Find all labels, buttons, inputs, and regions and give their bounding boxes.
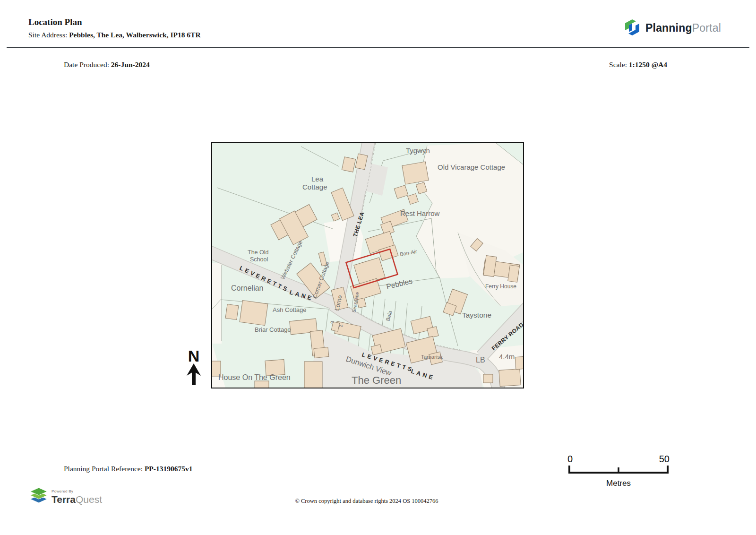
map-label-school: School — [250, 256, 268, 263]
planning-portal-icon — [623, 19, 642, 37]
map-label-the-green: The Green — [352, 374, 401, 386]
map-label-pebbles: Pebbles — [386, 277, 413, 291]
map-label-ferry-house: Ferry House — [485, 283, 516, 290]
map-label-4-4m: 4.4m — [499, 353, 515, 361]
date-produced: Date Produced: 26-Jun-2024 — [64, 60, 150, 69]
scale-bar-unit: Metres — [606, 479, 631, 488]
scale-bar: 0 50 Metres — [564, 450, 682, 489]
map-label-bon-air: Bon-Air — [399, 249, 418, 257]
north-label: N — [188, 347, 200, 365]
map-label-cottage: Cottage — [302, 183, 327, 191]
header-divider — [7, 47, 749, 48]
planning-reference: Planning Portal Reference: PP-13190675v1 — [64, 465, 193, 473]
map-label-lb: LB — [476, 356, 485, 364]
date-label: Date Produced: — [64, 60, 111, 69]
scale-bar-start: 0 — [567, 454, 573, 464]
map-label-ash-cottage: Ash Cottage — [273, 306, 307, 313]
scale-note: Scale: 1:1250 @A4 — [609, 60, 667, 69]
reference-label: Planning Portal Reference: — [64, 465, 145, 473]
map-frame: LeaCottageTygwynOld Vicarage CottageRest… — [211, 142, 524, 388]
map-label-old-vicarage-cottage: Old Vicarage Cottage — [438, 163, 505, 171]
map-label-rest-harrow: Rest Harrow — [400, 209, 440, 217]
reference-value: PP-13190675v1 — [145, 465, 193, 473]
map-label-tamarisk: Tamarisk — [421, 354, 443, 360]
map-label-taystone: Taystone — [462, 311, 491, 319]
map-label-cornelian: Cornelian — [231, 284, 263, 292]
scale-value: 1:1250 @A4 — [629, 60, 667, 69]
logo-text-bold: Planning — [645, 22, 692, 34]
map-label-the-old: The Old — [248, 249, 269, 256]
map-label-house-on-the-green: House On The Green — [218, 373, 291, 381]
terraquest-text-bold: Terra — [52, 494, 76, 505]
terraquest-icon — [29, 488, 48, 506]
map-label-3: 3 — [329, 320, 335, 324]
map-label-tygwyn: Tygwyn — [406, 147, 430, 155]
terraquest-logo: Powered By TerraQuest — [29, 488, 102, 506]
map-svg: LeaCottageTygwynOld Vicarage CottageRest… — [212, 143, 523, 388]
map-label-briar-cottage: Briar Cottage — [255, 326, 291, 333]
powered-by-label: Powered By — [52, 490, 102, 493]
scale-bar-end: 50 — [659, 454, 670, 464]
scale-label: Scale: — [609, 60, 629, 69]
planning-portal-wordmark: PlanningPortal — [645, 22, 721, 35]
site-address-value: Pebbles, The Lea, Walberswick, IP18 6TR — [69, 31, 200, 39]
page-title: Location Plan — [28, 17, 201, 27]
header: Location Plan Site Address: Pebbles, The… — [28, 17, 201, 39]
map-label-lea: Lea — [311, 175, 324, 183]
site-address: Site Address: Pebbles, The Lea, Walbersw… — [28, 31, 201, 39]
north-arrow: N — [182, 346, 206, 388]
logo-text-light: Portal — [692, 22, 721, 34]
terraquest-text-light: Quest — [76, 494, 102, 505]
location-plan-document: Location Plan Site Address: Pebbles, The… — [0, 0, 756, 535]
copyright-notice: © Crown copyright and database rights 20… — [211, 498, 522, 505]
map-label-bela: Bela — [385, 310, 393, 321]
planning-portal-logo: PlanningPortal — [623, 19, 721, 37]
site-address-label: Site Address: — [28, 31, 69, 39]
date-value: 26-Jun-2024 — [111, 60, 150, 69]
